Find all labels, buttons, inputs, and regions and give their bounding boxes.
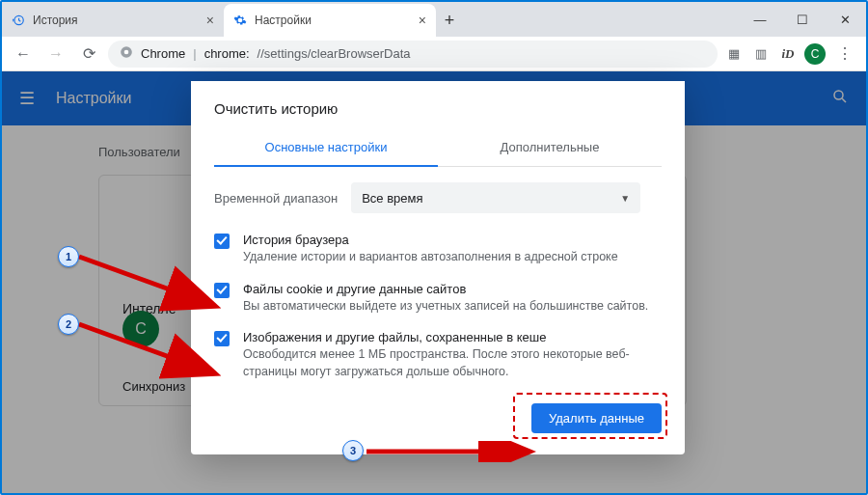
option-title: Файлы cookie и другие данные сайтов — [243, 282, 648, 296]
history-icon — [12, 14, 25, 27]
chrome-icon — [120, 45, 133, 62]
new-tab-button[interactable]: + — [436, 2, 463, 37]
window-titlebar: История × Настройки × + ― ☐ ✕ — [2, 2, 866, 37]
close-icon[interactable]: × — [419, 13, 426, 28]
checkbox[interactable] — [214, 234, 230, 249]
sync-row-label: Синхрониз — [122, 379, 185, 394]
browser-tab-history[interactable]: История × — [2, 4, 224, 37]
maximize-button[interactable]: ☐ — [781, 2, 824, 37]
svg-point-3 — [834, 91, 843, 99]
omnibox-scheme-label: Chrome — [141, 46, 185, 61]
checkbox[interactable] — [214, 283, 230, 298]
gear-icon — [233, 14, 247, 27]
minimize-button[interactable]: ― — [739, 2, 781, 37]
svg-point-2 — [124, 50, 129, 55]
option-cached-images[interactable]: Изображения и другие файлы, сохраненные … — [214, 318, 662, 384]
omnibox-path: //settings/clearBrowserData — [258, 46, 411, 61]
address-bar[interactable]: Chrome | chrome://settings/clearBrowserD… — [108, 41, 718, 68]
chevron-down-icon: ▼ — [620, 193, 630, 204]
dialog-title: Очистить историю — [214, 81, 662, 130]
option-desc: Освободится менее 1 МБ пространства. Пос… — [243, 346, 662, 380]
omnibox-scheme: chrome: — [204, 46, 250, 61]
checkbox[interactable] — [214, 331, 230, 346]
time-range-select[interactable]: Все время ▼ — [351, 182, 640, 213]
tab-label: Настройки — [255, 14, 312, 27]
extension-icon[interactable]: ▦ — [723, 43, 745, 65]
annotation-bubble-3: 3 — [342, 440, 364, 461]
tab-basic[interactable]: Основные настройки — [214, 130, 438, 166]
close-window-button[interactable]: ✕ — [824, 2, 866, 37]
forward-button[interactable]: → — [42, 41, 69, 68]
time-range-label: Временной диапазон — [214, 191, 338, 206]
option-title: Изображения и другие файлы, сохраненные … — [243, 330, 662, 344]
extension-icon[interactable]: ▥ — [750, 43, 772, 65]
browser-tab-settings[interactable]: Настройки × — [224, 4, 436, 37]
close-icon[interactable]: × — [206, 13, 214, 28]
back-button[interactable]: ← — [10, 41, 37, 68]
option-desc: Вы автоматически выйдете из учетных запи… — [243, 298, 648, 316]
profile-avatar[interactable]: C — [804, 43, 826, 65]
tab-label: История — [33, 14, 78, 27]
page-title: Настройки — [56, 90, 131, 107]
option-desc: Удаление истории и вариантов автозаполне… — [243, 249, 618, 266]
annotation-bubble-1: 1 — [58, 246, 79, 267]
clear-data-button[interactable]: Удалить данные — [531, 403, 662, 433]
option-cookies[interactable]: Файлы cookie и другие данные сайтов Вы а… — [214, 270, 662, 319]
search-icon[interactable] — [831, 88, 849, 110]
tab-advanced[interactable]: Дополнительные — [438, 130, 662, 166]
hamburger-icon[interactable]: ☰ — [19, 88, 35, 109]
clear-browsing-data-dialog: Очистить историю Основные настройки Допо… — [191, 81, 685, 454]
menu-button[interactable]: ⋮ — [831, 41, 858, 68]
option-title: История браузера — [243, 233, 618, 247]
extension-icon[interactable]: iD — [777, 43, 799, 65]
annotation-bubble-2: 2 — [58, 314, 79, 335]
option-browsing-history[interactable]: История браузера Удаление истории и вари… — [214, 221, 662, 270]
select-value: Все время — [362, 191, 422, 206]
avatar: C — [122, 311, 159, 347]
reload-button[interactable]: ⟳ — [75, 41, 102, 68]
browser-toolbar: ← → ⟳ Chrome | chrome://settings/clearBr… — [2, 37, 866, 71]
